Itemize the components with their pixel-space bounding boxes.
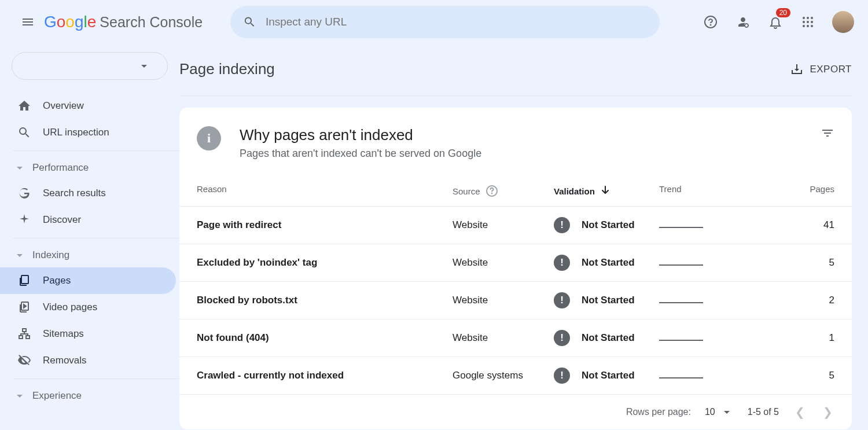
header-actions: 20	[703, 11, 854, 33]
svg-point-2	[745, 24, 748, 27]
trend-sparkline	[659, 227, 703, 228]
sidebar-section-performance[interactable]: Performance	[0, 156, 179, 180]
sidebar-item-search-results[interactable]: Search results	[0, 180, 176, 207]
table-header: Reason Source Validation Trend Pages	[179, 176, 852, 207]
col-pages-header[interactable]: Pages	[759, 184, 834, 198]
trend-sparkline	[659, 302, 703, 303]
search-icon	[17, 126, 32, 139]
card-header: i Why pages aren't indexed Pages that ar…	[179, 108, 852, 176]
svg-point-6	[803, 21, 805, 23]
sidebar-item-label: Removals	[43, 355, 87, 366]
notifications-icon[interactable]: 20	[767, 14, 784, 30]
prev-page-button[interactable]: ❮	[793, 405, 807, 419]
warning-icon: !	[554, 367, 570, 384]
menu-icon[interactable]	[14, 8, 42, 36]
col-source-label: Source	[453, 186, 480, 196]
cell-trend	[659, 257, 759, 269]
cell-reason: Crawled - currently not indexed	[197, 370, 453, 381]
col-source-header[interactable]: Source	[453, 184, 554, 198]
page-range: 1-5 of 5	[748, 407, 779, 417]
table-row[interactable]: Excluded by 'noindex' tagWebsite!Not Sta…	[179, 244, 852, 282]
arrow-down-icon	[598, 184, 612, 198]
cell-reason: Page with redirect	[197, 219, 453, 231]
next-page-button[interactable]: ❯	[821, 405, 834, 419]
sidebar-item-removals[interactable]: Removals	[0, 347, 176, 374]
section-label: Indexing	[32, 249, 69, 261]
cell-source: Website	[453, 257, 554, 269]
svg-point-1	[711, 25, 711, 25]
sidebar-item-label: URL inspection	[43, 127, 109, 138]
home-icon	[17, 99, 32, 113]
cell-trend	[659, 295, 759, 306]
col-validation-header[interactable]: Validation	[554, 184, 659, 198]
rows-per-page-label: Rows per page:	[626, 407, 691, 417]
pages-icon	[17, 274, 32, 288]
notifications-badge: 20	[776, 8, 790, 17]
sidebar-item-label: Discover	[43, 214, 81, 226]
page-header: Page indexing EXPORT	[179, 44, 852, 96]
col-validation-label: Validation	[554, 186, 595, 196]
warning-icon: !	[554, 217, 570, 233]
sidebar-item-label: Video pages	[43, 302, 97, 313]
main: Overview URL inspection Performance Sear…	[0, 44, 868, 430]
table-row[interactable]: Not found (404)Website!Not Started1	[179, 319, 852, 357]
warning-icon: !	[554, 255, 570, 271]
export-button[interactable]: EXPORT	[790, 63, 852, 76]
cell-pages: 2	[759, 295, 834, 306]
svg-rect-16	[26, 336, 30, 339]
divider	[13, 238, 179, 238]
col-trend-header[interactable]: Trend	[659, 184, 759, 198]
search-input[interactable]	[266, 16, 647, 28]
cell-source: Google systems	[453, 370, 554, 381]
content: Page indexing EXPORT i Why pages aren't …	[179, 44, 868, 430]
divider	[13, 150, 179, 151]
cell-source: Website	[453, 332, 554, 344]
chevron-down-icon	[720, 405, 734, 419]
g-icon	[17, 186, 32, 200]
property-selector[interactable]	[12, 52, 168, 80]
cell-reason: Not found (404)	[197, 332, 453, 344]
table-row[interactable]: Blocked by robots.txtWebsite!Not Started…	[179, 282, 852, 319]
table-row[interactable]: Crawled - currently not indexedGoogle sy…	[179, 357, 852, 395]
cell-trend	[659, 332, 759, 344]
apps-icon[interactable]	[800, 14, 816, 30]
sidebar-item-video-pages[interactable]: Video pages	[0, 294, 176, 321]
sidebar-item-pages[interactable]: Pages	[0, 267, 176, 294]
svg-point-9	[803, 25, 805, 27]
cell-source: Website	[453, 295, 554, 306]
section-label: Experience	[32, 390, 82, 402]
sidebar-section-experience[interactable]: Experience	[0, 384, 179, 408]
filter-icon[interactable]	[821, 126, 834, 142]
cell-validation: !Not Started	[554, 330, 659, 346]
rows-per-page-select[interactable]: 10	[705, 405, 734, 419]
col-reason-header[interactable]: Reason	[197, 184, 453, 198]
trend-sparkline	[659, 340, 703, 341]
sidebar-item-discover[interactable]: Discover	[0, 207, 176, 233]
svg-point-5	[811, 17, 813, 19]
indexing-card: i Why pages aren't indexed Pages that ar…	[179, 108, 852, 429]
search-icon	[243, 15, 256, 29]
sitemap-icon	[17, 327, 32, 341]
page-title: Page indexing	[179, 60, 275, 78]
warning-icon: !	[554, 292, 570, 308]
section-label: Performance	[32, 162, 89, 174]
people-settings-icon[interactable]	[735, 14, 751, 30]
sidebar-item-label: Search results	[43, 188, 106, 199]
cell-validation: !Not Started	[554, 292, 659, 308]
cell-validation: !Not Started	[554, 255, 659, 271]
sidebar-section-indexing[interactable]: Indexing	[0, 243, 179, 267]
search-bar[interactable]	[230, 6, 660, 38]
table-row[interactable]: Page with redirectWebsite!Not Started41	[179, 207, 852, 244]
logo[interactable]: Google Search Console	[44, 13, 203, 31]
sidebar-item-overview[interactable]: Overview	[0, 93, 176, 119]
sidebar-item-url-inspection[interactable]: URL inspection	[0, 119, 176, 146]
cell-pages: 1	[759, 332, 834, 344]
sidebar-item-sitemaps[interactable]: Sitemaps	[0, 321, 176, 347]
help-icon[interactable]	[703, 14, 719, 30]
svg-rect-15	[19, 336, 23, 339]
avatar[interactable]	[832, 11, 854, 33]
cell-pages: 5	[759, 257, 834, 269]
cell-validation: !Not Started	[554, 367, 659, 384]
trend-sparkline	[659, 377, 703, 378]
sidebar-item-label: Pages	[43, 275, 71, 286]
